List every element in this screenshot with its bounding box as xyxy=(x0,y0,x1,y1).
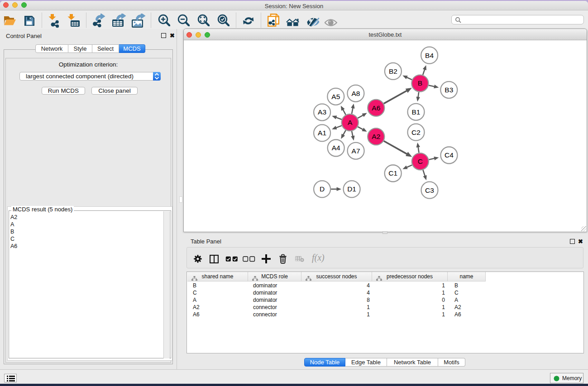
svg-text:B3: B3 xyxy=(445,86,453,94)
svg-text:B1: B1 xyxy=(412,108,421,116)
svg-text:A8: A8 xyxy=(351,90,360,97)
svg-text:B2: B2 xyxy=(389,67,397,75)
svg-text:A2: A2 xyxy=(372,133,380,140)
svg-text:C3: C3 xyxy=(425,186,434,194)
svg-text:C1: C1 xyxy=(388,169,397,177)
svg-text:A4: A4 xyxy=(332,144,340,152)
svg-text:B4: B4 xyxy=(425,52,434,59)
svg-text:D1: D1 xyxy=(347,185,356,193)
svg-text:B: B xyxy=(418,79,422,87)
svg-text:C: C xyxy=(418,157,423,165)
svg-text:C4: C4 xyxy=(445,151,454,159)
svg-text:A5: A5 xyxy=(331,93,340,100)
svg-text:A3: A3 xyxy=(318,108,326,116)
svg-text:A6: A6 xyxy=(372,104,380,112)
svg-text:A7: A7 xyxy=(352,147,360,155)
svg-text:D: D xyxy=(320,185,325,193)
svg-text:C2: C2 xyxy=(411,129,421,136)
svg-text:A1: A1 xyxy=(318,129,326,137)
svg-text:A: A xyxy=(348,119,353,126)
